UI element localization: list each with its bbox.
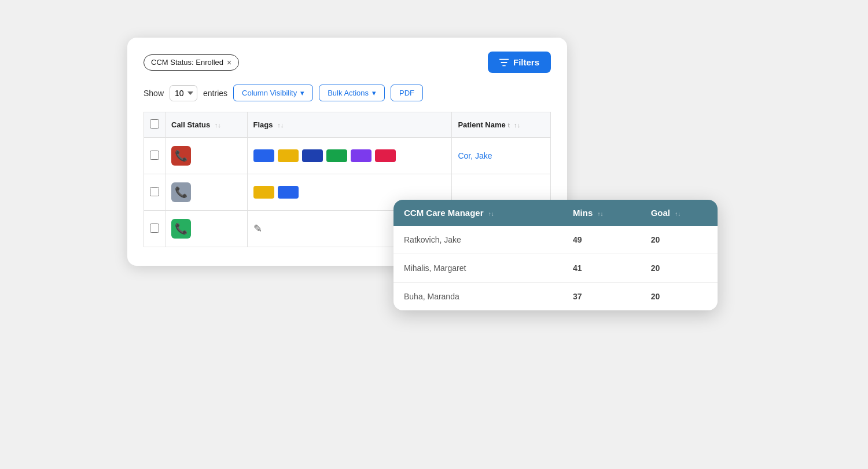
flag-badge <box>302 149 323 162</box>
filters-button[interactable]: Filters <box>488 52 551 73</box>
flag-badge <box>253 149 274 162</box>
sort-patient-name-icon[interactable]: ↑↓ <box>514 122 520 129</box>
row1-status-icon: 📞 <box>171 146 191 166</box>
column-visibility-button[interactable]: Column Visibility ▾ <box>233 85 313 101</box>
pdf-button[interactable]: PDF <box>391 85 423 101</box>
row1-checkbox-cell <box>144 138 165 174</box>
row3-checkbox-cell <box>144 211 165 247</box>
secondary-table: CCM Care Manager ↑↓ Mins ↑↓ Goal ↑↓ Ratk… <box>393 200 718 310</box>
row2-call-status: 📞 <box>165 174 248 211</box>
goal-value-3: 20 <box>641 283 718 311</box>
header-call-status-label: Call Status <box>171 120 210 129</box>
sort-flags-icon[interactable]: ↑↓ <box>277 122 284 129</box>
row3-checkbox[interactable] <box>150 223 159 233</box>
row3-edit-icon[interactable]: ✎ <box>253 223 262 235</box>
flag-badge <box>351 149 372 162</box>
row3-status-icon: 📞 <box>171 219 191 239</box>
row1-patient-name-link[interactable]: Cor, Jake <box>458 151 492 160</box>
secondary-header-goal: Goal ↑↓ <box>641 200 718 226</box>
row1-patient-name: Cor, Jake <box>452 138 551 174</box>
row2-checkbox[interactable] <box>150 187 159 196</box>
column-visibility-label: Column Visibility <box>242 89 297 97</box>
sort-call-status-icon[interactable]: ↑↓ <box>215 122 221 129</box>
filter-chip[interactable]: CCM Status: Enrolled × <box>144 54 239 71</box>
flag-badge <box>375 149 396 162</box>
secondary-header-mins: Mins ↑↓ <box>562 200 641 226</box>
manager-name-1: Ratkovich, Jake <box>393 226 562 254</box>
column-visibility-chevron: ▾ <box>300 89 304 97</box>
filters-button-label: Filters <box>513 57 539 67</box>
entries-label: entries <box>203 89 227 98</box>
filter-icon <box>499 58 509 67</box>
row1-call-status: 📞 <box>165 138 248 174</box>
row2-checkbox-cell <box>144 174 165 211</box>
goal-value-1: 20 <box>641 226 718 254</box>
goal-value-2: 20 <box>641 254 718 283</box>
secondary-header-mins-label: Mins <box>573 208 593 218</box>
flag-badge <box>253 186 274 199</box>
table-header-row: Call Status ↑↓ Flags ↑↓ Patient Name t ↑… <box>144 112 551 138</box>
sort-manager-icon[interactable]: ↑↓ <box>488 211 494 217</box>
top-row: CCM Status: Enrolled × Filters <box>144 52 551 73</box>
bulk-actions-label: Bulk Actions <box>328 89 369 97</box>
secondary-table-row: Buha, Maranda 37 20 <box>393 283 718 311</box>
flag-badge <box>278 186 299 199</box>
mins-value-3: 37 <box>562 283 641 311</box>
manager-name-3: Buha, Maranda <box>393 283 562 311</box>
flag-badge <box>278 149 299 162</box>
flag-badge <box>326 149 347 162</box>
pdf-label: PDF <box>399 89 414 97</box>
row1-flags-cell <box>253 149 446 162</box>
row2-status-icon: 📞 <box>171 182 191 202</box>
secondary-header-manager: CCM Care Manager ↑↓ <box>393 200 562 226</box>
row2-flags-cell <box>253 186 446 199</box>
header-patient-name-extra: t <box>507 122 512 129</box>
sort-mins-icon[interactable]: ↑↓ <box>597 211 603 217</box>
mins-value-2: 41 <box>562 254 641 283</box>
secondary-table-row: Ratkovich, Jake 49 20 <box>393 226 718 254</box>
select-all-checkbox[interactable] <box>150 119 159 129</box>
secondary-header-manager-label: CCM Care Manager <box>404 208 484 218</box>
bulk-actions-chevron: ▾ <box>372 89 376 97</box>
header-flags-label: Flags <box>253 120 273 129</box>
row1-checkbox[interactable] <box>150 151 159 160</box>
bulk-actions-button[interactable]: Bulk Actions ▾ <box>319 85 385 101</box>
header-checkbox-cell <box>144 112 165 138</box>
header-flags: Flags ↑↓ <box>247 112 452 138</box>
row3-call-status: 📞 <box>165 211 248 247</box>
row1-flags <box>247 138 452 174</box>
header-patient-name: Patient Name t ↑↓ <box>452 112 551 138</box>
table-row: 📞 Cor, Jake <box>144 138 551 174</box>
secondary-card: CCM Care Manager ↑↓ Mins ↑↓ Goal ↑↓ Ratk… <box>393 200 718 310</box>
show-label: Show <box>144 89 164 98</box>
sort-goal-icon[interactable]: ↑↓ <box>675 211 681 217</box>
filter-chip-close[interactable]: × <box>227 58 231 67</box>
manager-name-2: Mihalis, Margaret <box>393 254 562 283</box>
header-call-status: Call Status ↑↓ <box>165 112 248 138</box>
filter-chip-label: CCM Status: Enrolled <box>151 58 223 67</box>
header-patient-name-label: Patient Name <box>458 120 505 129</box>
entries-select[interactable]: 10 25 50 <box>170 85 197 101</box>
secondary-header-row: CCM Care Manager ↑↓ Mins ↑↓ Goal ↑↓ <box>393 200 718 226</box>
secondary-table-row: Mihalis, Margaret 41 20 <box>393 254 718 283</box>
controls-row: Show 10 25 50 entries Column Visibility … <box>144 85 551 101</box>
secondary-header-goal-label: Goal <box>651 208 670 218</box>
mins-value-1: 49 <box>562 226 641 254</box>
